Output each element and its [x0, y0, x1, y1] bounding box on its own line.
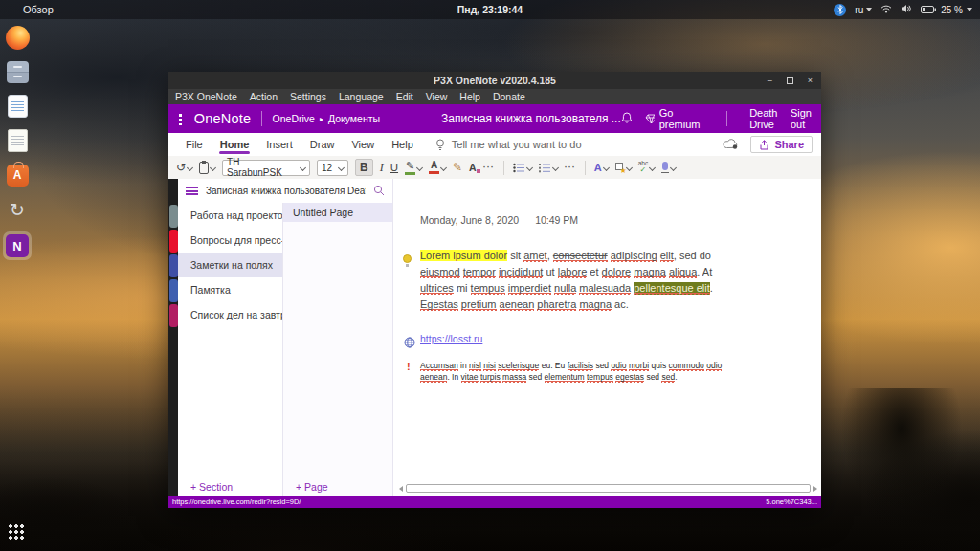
font-size-select[interactable]: 12	[317, 160, 348, 176]
sign-out-button[interactable]: Sign out	[791, 107, 812, 130]
note-link[interactable]: https://losst.ru	[420, 333, 482, 344]
add-page-button[interactable]: + Page	[282, 478, 392, 496]
page-editor[interactable]: Monday, June 8, 2020 10:49 PM Lorem ipsu…	[392, 179, 821, 496]
hamburger-menu-icon[interactable]	[186, 187, 198, 195]
font-color-button[interactable]: A	[429, 161, 446, 174]
tab-home[interactable]: Home	[212, 135, 258, 155]
text-segment: sed	[661, 372, 675, 383]
section-color-tab[interactable]	[169, 230, 178, 253]
dock-item-files[interactable]	[5, 59, 30, 84]
sync-status-icon[interactable]	[723, 138, 739, 151]
bullet-list-button[interactable]	[513, 163, 532, 173]
dock-item-text-editor[interactable]	[5, 128, 30, 153]
text-segment: . At	[697, 266, 712, 277]
notifications-bell-icon[interactable]	[621, 112, 633, 126]
dock-item-firefox[interactable]	[5, 25, 30, 50]
underline-button[interactable]: U	[390, 162, 398, 173]
dictate-button[interactable]	[661, 162, 676, 173]
scroll-left-icon[interactable]	[399, 486, 403, 492]
section-item[interactable]: Список дел на завтра	[178, 302, 282, 327]
app-name[interactable]: OneNote	[194, 111, 251, 126]
menu-action[interactable]: Action	[250, 91, 278, 102]
format-painter-button[interactable]: ✎	[453, 161, 462, 174]
activities-button[interactable]: Обзор	[23, 4, 54, 15]
menu-view[interactable]: View	[426, 91, 448, 102]
text-segment: imperdiet	[508, 282, 551, 295]
text-segment: sed	[644, 372, 661, 382]
italic-button[interactable]: I	[380, 161, 384, 175]
tags-button[interactable]: ★	[615, 163, 632, 172]
dock-item-writer[interactable]	[5, 94, 30, 119]
menu-edit[interactable]: Edit	[396, 91, 413, 102]
section-item-selected[interactable]: Заметки на полях	[178, 253, 282, 277]
text-segment: sed	[593, 361, 611, 370]
text-segment: amet	[523, 250, 546, 262]
dock-item-updater[interactable]: ↻	[5, 197, 30, 222]
paste-button[interactable]	[199, 162, 215, 174]
search-icon[interactable]	[373, 183, 385, 200]
wifi-icon[interactable]	[880, 4, 892, 15]
highlighter-icon: ✎	[405, 161, 415, 175]
bluetooth-icon[interactable]	[834, 4, 846, 16]
text-segment: malesuada	[579, 282, 631, 295]
dock-item-onenote[interactable]: N	[3, 231, 32, 260]
menu-settings[interactable]: Settings	[290, 91, 326, 102]
tab-draw[interactable]: Draw	[301, 135, 344, 155]
font-name-select[interactable]: TH SarabunPSK	[222, 160, 310, 176]
tab-help[interactable]: Help	[383, 135, 422, 155]
note-important-paragraph[interactable]: Accumsan in nisl nisi scelerisque eu. Eu…	[420, 361, 738, 383]
note-paragraph[interactable]: Lorem ipsum dolor sit amet, consectetur …	[420, 248, 721, 313]
more-options-button[interactable]: ···	[483, 163, 495, 172]
tell-me-box[interactable]: Tell me what you want to do	[435, 139, 582, 151]
spell-check-button[interactable]: abc✓	[638, 161, 655, 174]
bold-button[interactable]: B	[355, 159, 373, 176]
styles-button[interactable]: A	[594, 162, 609, 173]
section-item[interactable]: Памятка	[178, 277, 282, 302]
undo-button[interactable]: ↺	[176, 161, 192, 174]
scroll-right-icon[interactable]	[813, 486, 817, 492]
chevron-down-icon	[866, 8, 872, 11]
website-tag-icon[interactable]	[404, 335, 415, 352]
more-lists-button[interactable]: ···	[565, 163, 576, 172]
menu-p3x-onenote[interactable]: P3X OneNote	[175, 91, 237, 102]
add-section-button[interactable]: + Section	[178, 478, 282, 496]
system-tray[interactable]: ru 25 %	[834, 4, 972, 16]
window-titlebar[interactable]: P3X OneNote v2020.4.185 – ×	[168, 72, 821, 89]
minimize-button[interactable]: –	[768, 76, 772, 85]
numbered-list-button[interactable]	[539, 163, 558, 173]
section-item[interactable]: Работа над проектом	[178, 203, 282, 228]
keyboard-layout-indicator[interactable]: ru	[855, 5, 872, 15]
page-item-selected[interactable]: Untitled Page	[283, 203, 392, 222]
share-button[interactable]: Share	[750, 136, 813, 153]
scrollbar-thumb[interactable]	[406, 484, 811, 493]
idea-tag-icon[interactable]	[403, 254, 412, 263]
tab-insert[interactable]: Insert	[257, 135, 301, 155]
dock: A ↻ N	[2, 25, 33, 260]
clock[interactable]: Пнд, 23:19:44	[457, 4, 523, 15]
maximize-button[interactable]	[787, 77, 793, 84]
volume-icon[interactable]	[901, 4, 912, 15]
menu-language[interactable]: Language	[339, 91, 384, 102]
section-color-tab[interactable]	[169, 279, 178, 302]
section-item[interactable]: Вопросы для пресс-к...	[178, 228, 282, 253]
clear-formatting-button[interactable]: A	[469, 162, 477, 173]
tab-file[interactable]: File	[177, 135, 212, 155]
go-premium-button[interactable]: Go premium	[645, 107, 703, 130]
app-launcher-icon[interactable]	[178, 113, 183, 125]
section-color-tab[interactable]	[169, 254, 178, 277]
close-button[interactable]: ×	[808, 76, 813, 85]
section-color-tab[interactable]	[169, 205, 178, 228]
dock-item-software[interactable]: A	[5, 163, 30, 187]
menu-help[interactable]: Help	[459, 91, 480, 102]
battery-indicator[interactable]: 25 %	[921, 5, 972, 15]
horizontal-scrollbar[interactable]	[399, 483, 817, 494]
breadcrumb[interactable]: OneDrive ▸ Документы	[273, 113, 381, 124]
menu-donate[interactable]: Donate	[493, 91, 525, 102]
important-tag-icon[interactable]: !	[407, 361, 411, 372]
show-applications-icon[interactable]	[8, 523, 24, 540]
account-name[interactable]: Death Drive	[749, 107, 778, 130]
tab-view[interactable]: View	[343, 135, 383, 155]
highlight-button[interactable]: ✎	[405, 161, 422, 175]
text-segment: vitae	[461, 372, 479, 383]
section-color-tab[interactable]	[169, 304, 178, 327]
